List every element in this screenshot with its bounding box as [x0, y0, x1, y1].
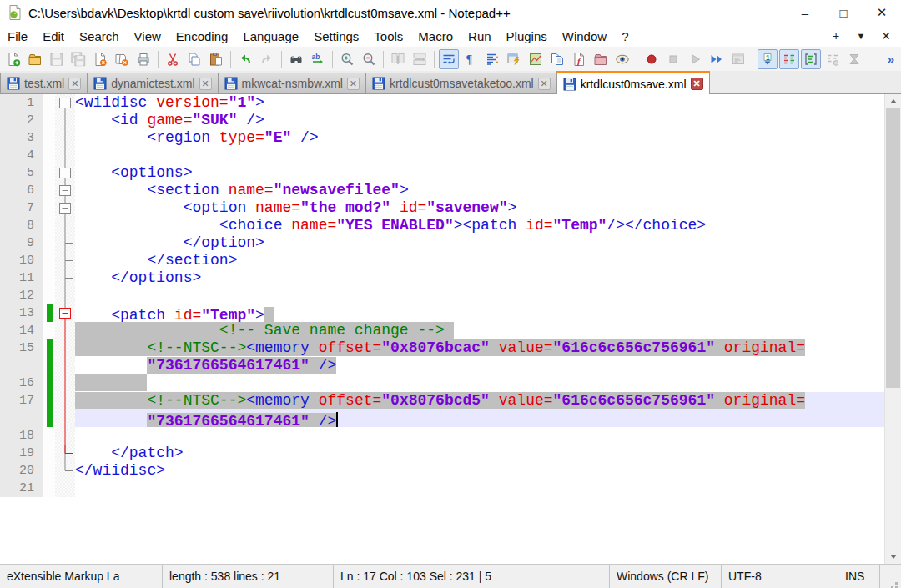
tab-krtdlcust0msavetaketoo-xml[interactable]: krtdlcust0msavetaketoo.xml✕ — [365, 73, 557, 93]
fold-margin[interactable] — [55, 129, 75, 147]
new-tab-button[interactable]: + — [829, 29, 843, 43]
tab-close-icon[interactable]: ✕ — [347, 78, 360, 90]
fold-margin[interactable] — [55, 374, 75, 392]
fold-margin[interactable] — [55, 164, 75, 182]
fold-margin[interactable] — [55, 199, 75, 217]
code-text[interactable] — [75, 147, 884, 164]
menu-item-edit[interactable]: Edit — [35, 27, 72, 46]
stop-macro-icon[interactable] — [663, 49, 683, 69]
define-language-icon[interactable] — [504, 49, 524, 69]
compare-clear-icon[interactable] — [844, 49, 864, 69]
save-macro-icon[interactable] — [728, 49, 748, 69]
tab-close-icon[interactable]: ✕ — [68, 78, 81, 90]
code-text[interactable]: <id game="SUK" /> — [75, 112, 884, 129]
scroll-down-arrow[interactable] — [885, 550, 901, 564]
code-text[interactable]: </section> — [75, 252, 884, 269]
code-text[interactable]: <region type="E" /> — [75, 129, 884, 147]
code-area[interactable]: 1<wiidisc version="1">2 <id game="SUK" /… — [0, 94, 884, 564]
monitoring-icon[interactable] — [612, 49, 632, 69]
fold-margin[interactable] — [55, 94, 75, 112]
menu-item-search[interactable]: Search — [72, 27, 127, 46]
save-all-icon[interactable] — [68, 49, 88, 69]
zoom-out-icon[interactable] — [359, 49, 379, 69]
fold-margin[interactable] — [55, 217, 75, 234]
minimize-button[interactable]: – — [786, 0, 824, 25]
fold-margin[interactable] — [55, 112, 75, 129]
tab-dynamictest-xml[interactable]: dynamictest.xml✕ — [87, 73, 218, 93]
code-text[interactable]: </patch> — [75, 445, 884, 462]
tab-mkwcat-nsmbw-xml[interactable]: mkwcat-nsmbw.xml✕ — [218, 73, 366, 93]
save-file-icon[interactable] — [47, 49, 67, 69]
menu-item-file[interactable]: File — [0, 27, 35, 46]
fold-margin[interactable] — [55, 392, 75, 410]
code-text[interactable]: </wiidisc> — [75, 462, 884, 480]
code-text[interactable]: <section name="newsavefilee"> — [75, 182, 884, 199]
menu-item-help[interactable]: ? — [614, 27, 636, 46]
folder-as-workspace-icon[interactable] — [591, 49, 611, 69]
code-text[interactable] — [75, 287, 884, 304]
menu-item-view[interactable]: View — [127, 27, 169, 46]
code-text[interactable] — [75, 374, 884, 392]
replace-icon[interactable]: ab — [308, 49, 328, 69]
compare-set-first-icon[interactable]: 1 — [758, 49, 778, 69]
fold-margin[interactable] — [55, 357, 75, 374]
code-text[interactable]: <!-- Save name change --> — [75, 322, 884, 339]
print-icon[interactable] — [133, 49, 154, 69]
maximize-button[interactable]: □ — [824, 0, 863, 25]
play-macro-icon[interactable] — [685, 49, 705, 69]
code-text[interactable]: <patch id="Temp"> — [75, 304, 884, 322]
compare-selections-icon[interactable] — [801, 49, 821, 69]
cut-icon[interactable] — [163, 49, 183, 69]
tab-test-xml[interactable]: test.xml✕ — [0, 73, 88, 93]
document-list-icon[interactable] — [547, 49, 567, 69]
code-text[interactable]: <!--NTSC--><memory offset="0x8076bcac" v… — [75, 339, 884, 357]
tab-close-icon[interactable]: ✕ — [199, 78, 212, 90]
code-text[interactable]: <wiidisc version="1"> — [75, 94, 884, 112]
tab-list-dropdown-button[interactable]: ▼ — [854, 31, 868, 41]
toolbar-overflow-icon[interactable]: » — [888, 52, 894, 66]
menu-item-window[interactable]: Window — [555, 27, 614, 46]
sync-vertical-scroll-icon[interactable] — [388, 49, 408, 69]
fold-margin[interactable] — [55, 322, 75, 339]
code-text[interactable]: </option> — [75, 234, 884, 252]
close-file-icon[interactable] — [90, 49, 110, 69]
fold-margin[interactable] — [55, 252, 75, 269]
fold-margin[interactable] — [55, 234, 75, 252]
fold-margin[interactable] — [55, 339, 75, 357]
run-macro-multiple-icon[interactable] — [707, 49, 727, 69]
redo-icon[interactable] — [257, 49, 277, 69]
menu-item-run[interactable]: Run — [461, 27, 499, 46]
menu-item-settings[interactable]: Settings — [306, 27, 366, 46]
compare-icon[interactable] — [779, 49, 799, 69]
menu-item-language[interactable]: Language — [235, 27, 306, 46]
fold-margin[interactable] — [55, 427, 75, 445]
menu-item-encoding[interactable]: Encoding — [169, 27, 236, 46]
fold-margin[interactable] — [55, 304, 75, 322]
find-icon[interactable] — [286, 49, 306, 69]
close-button[interactable]: ✕ — [863, 0, 901, 25]
code-text[interactable]: <options> — [75, 164, 884, 182]
code-text[interactable]: </options> — [75, 269, 884, 287]
vertical-scrollbar[interactable] — [884, 94, 901, 564]
code-text[interactable]: <option name="the mod?" id="savenew"> — [75, 199, 884, 217]
record-macro-icon[interactable] — [642, 49, 662, 69]
document-map-icon[interactable] — [526, 49, 546, 69]
fold-margin[interactable] — [55, 410, 75, 427]
show-all-characters-icon[interactable]: ¶ — [461, 49, 481, 69]
fold-margin[interactable] — [55, 445, 75, 462]
tab-close-icon[interactable]: ✕ — [538, 78, 551, 90]
code-text[interactable]: <choice name="YES ENABLED"><patch id="Te… — [75, 217, 884, 234]
paste-icon[interactable] — [206, 49, 226, 69]
tab-close-icon[interactable]: ✕ — [691, 78, 703, 90]
fold-margin[interactable] — [55, 480, 75, 497]
scrollbar-thumb[interactable] — [886, 108, 900, 388]
fold-margin[interactable] — [55, 287, 75, 304]
scroll-up-arrow[interactable] — [885, 94, 901, 108]
function-list-icon[interactable]: f — [569, 49, 589, 69]
close-tab-button[interactable]: ✕ — [879, 29, 893, 43]
fold-margin[interactable] — [55, 269, 75, 287]
code-text[interactable]: "7361766564617461" /> — [75, 357, 884, 374]
fold-margin[interactable] — [55, 462, 75, 480]
copy-icon[interactable] — [184, 49, 204, 69]
code-text[interactable]: "7361766564617461" /> — [75, 410, 884, 427]
